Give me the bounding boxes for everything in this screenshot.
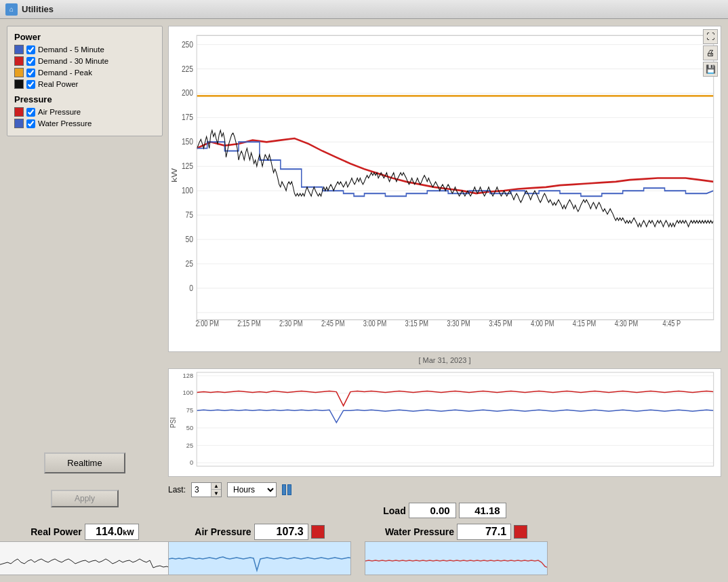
svg-rect-56 [365, 542, 548, 575]
real-power-top: Real Power 114.0kW [31, 524, 138, 540]
demandpeak-label: Demand - Peak [38, 69, 92, 77]
realpower-color [14, 79, 24, 89]
pressure-chart-svg: 128 100 75 50 25 0 PSI [169, 369, 721, 476]
airpressure-checkbox[interactable] [26, 108, 35, 117]
svg-text:25: 25 [186, 442, 193, 449]
waterpressure-checkbox[interactable] [26, 119, 35, 128]
decrement-button[interactable]: ▼ [211, 490, 221, 497]
bottom-row: Air Pressure 107.3 Water Pressure 77.1 [168, 524, 721, 575]
app-title: Utilities [22, 4, 54, 14]
title-bar: ⌂ Utilities [0, 0, 728, 19]
controls-row: Last: ▲ ▼ Hours Minutes Days [168, 480, 721, 500]
real-power-widget: Real Power 114.0kW [7, 524, 163, 575]
svg-text:75: 75 [186, 407, 193, 414]
main-content: Power Demand - 5 Minute Demand - 30 Minu… [0, 19, 728, 582]
fullscreen-button[interactable]: ⛶ [703, 29, 718, 44]
load-val2: 41.18 [459, 503, 506, 518]
legend-item-demand5: Demand - 5 Minute [14, 45, 155, 54]
legend-box: Power Demand - 5 Minute Demand - 30 Minu… [7, 26, 163, 136]
realtime-button[interactable]: Realtime [44, 452, 125, 473]
pause-button[interactable] [282, 484, 291, 495]
legend-item-realpower: Real Power [14, 79, 155, 89]
real-power-label: Real Power [31, 526, 81, 537]
waterpressure-color [14, 119, 24, 128]
svg-text:75: 75 [186, 210, 194, 220]
real-power-sparkline [0, 541, 176, 575]
water-pressure-widget: Water Pressure 77.1 [365, 524, 548, 575]
air-pressure-widget: Air Pressure 107.3 [168, 524, 351, 575]
legend-item-demand30: Demand - 30 Minute [14, 56, 155, 66]
hours-select[interactable]: Hours Minutes Days [227, 482, 277, 497]
svg-text:128: 128 [183, 372, 193, 379]
water-pressure-label: Water Pressure [385, 526, 454, 537]
realpower-label: Real Power [38, 80, 78, 88]
svg-text:175: 175 [182, 112, 193, 123]
water-pressure-indicator [514, 525, 527, 539]
power-legend-title: Power [14, 32, 155, 42]
svg-text:125: 125 [182, 161, 193, 172]
app-icon: ⌂ [5, 3, 18, 16]
legend-item-airpressure: Air Pressure [14, 107, 155, 117]
svg-text:50: 50 [186, 425, 193, 431]
demand30-label: Demand - 30 Minute [38, 57, 108, 65]
svg-text:PSI: PSI [169, 417, 177, 428]
apply-button[interactable]: Apply [51, 490, 119, 507]
svg-text:100: 100 [183, 390, 193, 397]
power-chart-area: ⛶ 🖨 💾 250 [168, 26, 721, 352]
airpressure-color [14, 107, 24, 117]
demandpeak-color [14, 68, 24, 77]
demand30-checkbox[interactable] [26, 57, 35, 66]
air-pressure-top: Air Pressure 107.3 [195, 524, 324, 540]
svg-text:0: 0 [190, 459, 193, 466]
increment-button[interactable]: ▲ [211, 483, 221, 490]
svg-text:kW: kW [170, 168, 179, 182]
air-pressure-value: 107.3 [254, 524, 308, 540]
svg-text:25: 25 [186, 258, 194, 269]
load-row: Load 0.00 41.18 [168, 503, 721, 518]
left-panel: Power Demand - 5 Minute Demand - 30 Minu… [7, 26, 163, 575]
print-button[interactable]: 🖨 [703, 45, 718, 60]
water-pressure-top: Water Pressure 77.1 [385, 524, 527, 540]
realpower-checkbox[interactable] [26, 80, 35, 89]
air-pressure-indicator [311, 525, 325, 539]
svg-text:0: 0 [189, 283, 193, 294]
date-label: [ Mar 31, 2023 ] [168, 356, 721, 364]
legend-item-demandpeak: Demand - Peak [14, 68, 155, 77]
svg-text:100: 100 [182, 185, 193, 196]
load-label: Load [383, 505, 405, 516]
svg-text:200: 200 [182, 88, 193, 98]
svg-text:50: 50 [186, 234, 194, 245]
airpressure-label: Air Pressure [38, 108, 81, 116]
chart-toolbar: ⛶ 🖨 💾 [703, 29, 718, 77]
pressure-chart-area: 128 100 75 50 25 0 PSI [168, 368, 721, 477]
demandpeak-checkbox[interactable] [26, 69, 35, 77]
demand30-color [14, 56, 24, 66]
demand5-checkbox[interactable] [26, 45, 35, 54]
air-pressure-sparkline [168, 541, 351, 575]
demand5-label: Demand - 5 Minute [38, 45, 104, 54]
svg-text:250: 250 [182, 39, 193, 50]
water-pressure-sparkline [365, 541, 548, 575]
save-button[interactable]: 💾 [703, 62, 718, 77]
svg-rect-40 [169, 369, 721, 476]
power-chart-svg: 250 225 200 175 150 125 100 75 50 25 0 k… [169, 26, 721, 351]
pressure-legend-title: Pressure [14, 94, 155, 104]
last-label: Last: [168, 485, 186, 494]
last-value-input[interactable] [192, 484, 211, 496]
waterpressure-label: Water Pressure [38, 119, 92, 128]
load-val1: 0.00 [409, 503, 456, 518]
water-pressure-value: 77.1 [457, 524, 511, 540]
demand5-color [14, 45, 24, 54]
legend-item-waterpressure: Water Pressure [14, 119, 155, 128]
real-power-value: 114.0kW [85, 524, 139, 540]
air-pressure-label: Air Pressure [195, 526, 251, 537]
svg-text:225: 225 [182, 63, 193, 74]
svg-text:150: 150 [182, 136, 193, 147]
right-panel: ⛶ 🖨 💾 250 [168, 26, 721, 575]
